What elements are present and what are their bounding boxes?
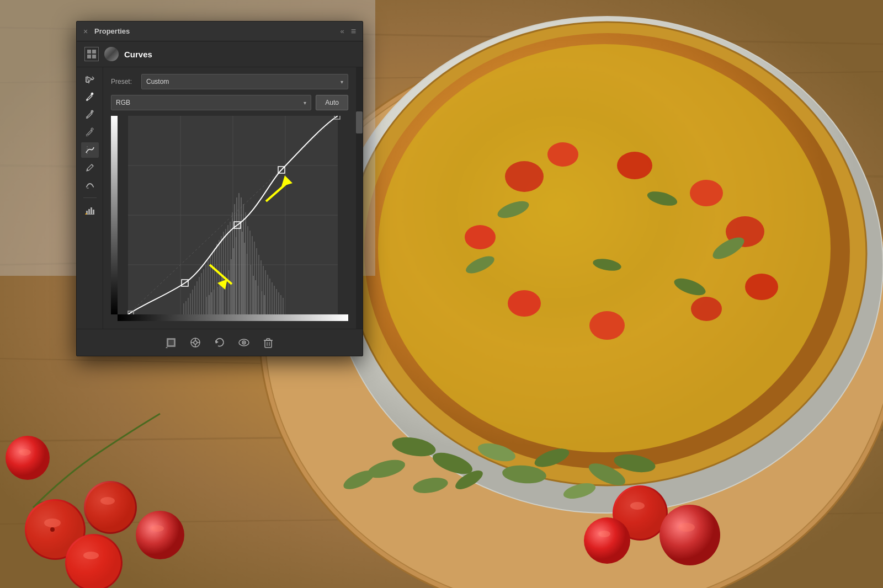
scrollbar-thumb[interactable] [356,111,363,133]
main-content-area: Preset: Custom ▾ RGB ▾ Auto [103,67,356,329]
curves-graph-area[interactable] [111,116,348,322]
svg-rect-164 [232,212,233,314]
svg-rect-130 [221,236,222,314]
svg-rect-81 [91,207,92,214]
curves-layout [111,116,348,314]
svg-rect-113 [183,303,184,314]
panel-section-header: Curves [77,41,363,67]
svg-rect-118 [194,286,195,314]
svg-rect-123 [205,265,206,314]
preset-chevron-icon: ▾ [341,79,343,85]
panel-title-left: × Properties [83,27,130,35]
input-gradient-row [118,314,348,321]
svg-rect-114 [185,301,187,314]
panel-title: Properties [94,27,130,35]
section-title: Curves [124,50,152,59]
svg-rect-157 [280,295,281,314]
svg-rect-68 [86,99,88,101]
panel-menu-button[interactable]: ≡ [351,26,356,36]
svg-rect-149 [263,266,264,314]
svg-rect-145 [254,242,255,314]
svg-rect-116 [190,293,191,314]
svg-rect-82 [93,210,94,214]
preset-value: Custom [146,78,169,85]
black-point-eyedropper-button[interactable] [81,125,99,140]
svg-rect-71 [86,117,88,119]
preset-dropdown[interactable]: Custom ▾ [141,74,348,89]
svg-rect-152 [269,279,270,314]
tomato-3 [61,527,108,571]
svg-rect-144 [252,236,253,314]
svg-marker-178 [215,340,219,344]
svg-rect-161 [238,193,240,314]
svg-rect-74 [86,135,88,136]
svg-rect-162 [241,197,242,314]
svg-point-70 [91,110,93,113]
svg-point-181 [243,342,245,344]
collapse-button[interactable]: « [340,27,344,35]
svg-rect-119 [196,281,198,314]
pencil-tool-button[interactable] [81,160,99,175]
grid-icon[interactable] [84,47,99,61]
tomato-2 [52,473,91,511]
svg-rect-165 [245,212,246,314]
svg-rect-143 [249,231,251,314]
svg-rect-182 [265,340,272,348]
panel-titlebar: × Properties « ≡ [77,22,363,41]
svg-rect-150 [265,270,266,314]
tomato-6 [687,522,728,560]
svg-rect-158 [283,298,284,314]
svg-rect-148 [260,260,262,314]
channel-row: RGB ▾ Auto [111,95,348,110]
clip-to-layer-button[interactable] [163,335,179,350]
svg-rect-153 [272,282,273,314]
svg-point-67 [91,93,93,95]
input-gradient-bar [118,314,348,321]
channel-chevron-icon: ▾ [304,100,306,106]
panel-scrollbar[interactable] [356,67,363,329]
selection-tool-button[interactable] [81,72,99,87]
svg-rect-122 [203,269,204,314]
svg-rect-128 [216,244,217,314]
channel-dropdown[interactable]: RGB ▾ [111,95,311,110]
panel-body: Preset: Custom ▾ RGB ▾ Auto [77,67,363,329]
svg-rect-133 [227,225,228,314]
svg-point-73 [91,128,93,130]
svg-point-173 [194,341,197,344]
delete-layer-button[interactable] [260,335,276,350]
svg-rect-156 [278,292,279,314]
svg-rect-132 [225,229,226,314]
svg-rect-171 [168,340,174,345]
view-previous-button[interactable] [188,335,203,350]
gray-point-eyedropper-button[interactable] [81,107,99,122]
reset-button[interactable] [212,335,227,350]
tomato-4 [6,466,41,500]
svg-rect-120 [199,277,200,314]
visibility-button[interactable] [236,335,252,350]
preset-row: Preset: Custom ▾ [111,74,348,89]
smooth-curve-button[interactable] [81,178,99,193]
white-point-eyedropper-button[interactable] [81,89,99,105]
svg-rect-117 [192,290,193,314]
bottom-toolbar [77,329,363,356]
properties-panel: × Properties « ≡ Curves [76,21,363,356]
curves-svg[interactable] [118,116,348,314]
circle-icon[interactable] [104,47,119,61]
svg-rect-121 [201,273,202,314]
curve-edit-button[interactable] [81,142,99,158]
svg-rect-80 [88,209,90,214]
svg-rect-134 [230,222,231,314]
channel-value: RGB [116,99,130,106]
histogram-button[interactable] [81,202,99,218]
svg-rect-184 [267,339,270,340]
close-button[interactable]: × [83,28,90,35]
svg-line-76 [92,164,93,166]
svg-rect-131 [223,232,224,314]
auto-button[interactable]: Auto [316,95,348,110]
tomato-1 [17,503,61,544]
svg-rect-129 [219,240,220,314]
svg-rect-155 [276,289,277,314]
svg-rect-115 [188,298,189,314]
svg-rect-154 [274,286,275,314]
svg-rect-151 [267,275,268,314]
